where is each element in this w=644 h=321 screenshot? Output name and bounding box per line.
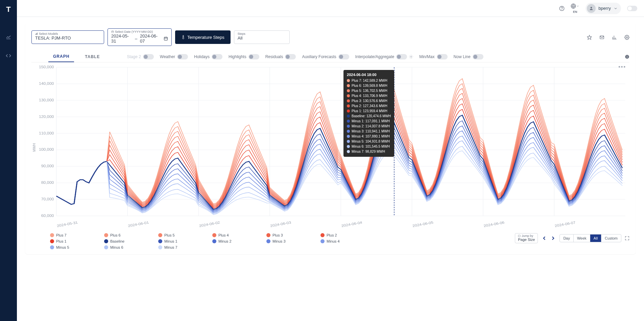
- topbar: EN bperry: [17, 0, 644, 17]
- y-tick-label: 120,000: [39, 115, 54, 119]
- language-label: EN: [573, 10, 577, 14]
- series-line: [56, 89, 622, 205]
- x-tick-label: 2024-06-02: [199, 221, 220, 228]
- y-tick-label: 100,000: [39, 148, 54, 152]
- next-page-icon[interactable]: [550, 235, 556, 241]
- temperature-icon: [181, 34, 185, 40]
- prev-page-icon[interactable]: [541, 235, 547, 241]
- y-tick-label: 150,000: [39, 65, 54, 69]
- y-tick-label: 70,000: [41, 197, 54, 201]
- tab-graph[interactable]: GRAPH: [48, 51, 74, 62]
- y-axis-label: MWH: [32, 143, 36, 151]
- x-tick-label: 2024-06-06: [483, 221, 505, 228]
- series-line: [56, 79, 622, 204]
- theme-toggle[interactable]: [627, 6, 637, 11]
- y-tick-label: 90,000: [41, 164, 54, 168]
- svg-rect-33: [518, 235, 520, 237]
- svg-rect-7: [164, 37, 168, 40]
- y-tick-label: 110,000: [39, 131, 54, 135]
- x-tick-label: 2024-06-05: [412, 221, 434, 228]
- info-icon[interactable]: [625, 54, 629, 59]
- legend-item[interactable]: Minus 3: [266, 239, 290, 243]
- favorite-icon[interactable]: [587, 35, 592, 40]
- range-buttons: Day Week All Custom: [559, 234, 621, 242]
- help-icon[interactable]: [559, 6, 565, 11]
- svg-point-10: [626, 36, 628, 38]
- settings-icon[interactable]: [624, 35, 629, 40]
- x-tick-label: 2024-06-01: [127, 221, 149, 228]
- controls-row: Select Models TESLA: PJM-RTO Select Date…: [31, 28, 629, 46]
- legend-item[interactable]: Plus 2: [320, 233, 344, 237]
- avatar-icon: [587, 4, 596, 13]
- toggle-aux-forecasts[interactable]: [338, 54, 349, 59]
- legend-item[interactable]: Plus 5: [158, 233, 182, 237]
- nav-chart-icon[interactable]: [5, 33, 12, 40]
- toggle-minmax[interactable]: [437, 54, 448, 59]
- bar-chart-icon[interactable]: [612, 35, 617, 40]
- date-range-select[interactable]: Select Date (YYYY-MM-DD) 2024-05-31 – 20…: [108, 28, 172, 46]
- x-tick-label: 2024-06-04: [341, 221, 362, 228]
- models-select[interactable]: Select Models TESLA: PJM-RTO: [31, 30, 104, 44]
- y-tick-label: 80,000: [41, 181, 54, 184]
- steps-select[interactable]: Steps All: [234, 30, 290, 44]
- x-tick-label: 2024-05-31: [56, 221, 78, 228]
- calendar-icon: [164, 36, 168, 41]
- x-tick-label: 2024-06-07: [554, 221, 576, 228]
- y-tick-label: 130,000: [39, 98, 54, 102]
- range-custom[interactable]: Custom: [601, 234, 621, 242]
- jump-by-select[interactable]: Jump by Page Size: [515, 233, 538, 243]
- range-week[interactable]: Week: [574, 234, 590, 242]
- toggle-nowline[interactable]: [473, 54, 483, 59]
- svg-rect-6: [112, 31, 114, 33]
- nav-code-icon[interactable]: [5, 52, 12, 59]
- chart-more-icon[interactable]: •••: [618, 64, 626, 70]
- legend-item[interactable]: Plus 3: [266, 233, 290, 237]
- legend-item[interactable]: Minus 1: [158, 239, 182, 243]
- legend-item[interactable]: Baseline: [104, 239, 128, 243]
- svg-rect-13: [627, 56, 627, 58]
- svg-point-1: [562, 9, 562, 10]
- toggle-stage2[interactable]: [143, 54, 154, 59]
- tab-table[interactable]: TABLE: [80, 52, 104, 62]
- svg-rect-4: [36, 33, 37, 35]
- legend-item[interactable]: Minus 5: [50, 245, 74, 249]
- svg-rect-5: [37, 33, 38, 35]
- toggle-interpolate[interactable]: [396, 54, 407, 59]
- series-line: [56, 104, 622, 207]
- toggle-residuals[interactable]: [285, 54, 296, 59]
- range-all[interactable]: All: [590, 234, 601, 242]
- chart-area[interactable]: MWH ••• 60,00070,00080,00090,000100,0001…: [31, 64, 629, 231]
- chart-tooltip: 2024-06-04 18:00Plus 7: 142,589.2 MWHPlu…: [343, 70, 394, 157]
- svg-marker-8: [587, 35, 592, 40]
- y-tick-label: 140,000: [39, 82, 54, 85]
- svg-point-14: [627, 55, 627, 56]
- legend-item[interactable]: Plus 4: [212, 233, 236, 237]
- y-tick-label: 60,000: [41, 214, 54, 218]
- legend-item[interactable]: Minus 7: [158, 245, 182, 249]
- app-logo: T: [6, 5, 10, 14]
- toggle-weather[interactable]: [177, 54, 188, 59]
- legend-item[interactable]: Plus 6: [104, 233, 128, 237]
- sidebar: T: [0, 0, 17, 321]
- temperature-steps-button[interactable]: Temperature Steps: [175, 30, 231, 44]
- user-name: bperry: [598, 6, 611, 11]
- range-day[interactable]: Day: [560, 234, 574, 242]
- toggle-highlights[interactable]: [248, 54, 259, 59]
- svg-point-11: [411, 56, 412, 57]
- legend: Plus 7Plus 6Plus 5Plus 4Plus 3Plus 2Plus…: [50, 233, 354, 249]
- language-select[interactable]: EN: [571, 3, 579, 14]
- x-tick-label: 2024-06-03: [270, 221, 291, 228]
- svg-rect-3: [35, 34, 36, 35]
- expand-icon[interactable]: [625, 236, 629, 241]
- legend-item[interactable]: Minus 6: [104, 245, 128, 249]
- legend-item[interactable]: Minus 4: [320, 239, 344, 243]
- series-line: [56, 121, 622, 210]
- legend-item[interactable]: Minus 2: [212, 239, 236, 243]
- interpolate-settings-icon[interactable]: [409, 55, 413, 59]
- toggle-holidays[interactable]: [212, 54, 222, 59]
- legend-item[interactable]: Plus 1: [50, 239, 74, 243]
- user-menu[interactable]: bperry: [586, 3, 621, 14]
- email-icon[interactable]: [599, 35, 604, 40]
- legend-item[interactable]: Plus 7: [50, 233, 74, 237]
